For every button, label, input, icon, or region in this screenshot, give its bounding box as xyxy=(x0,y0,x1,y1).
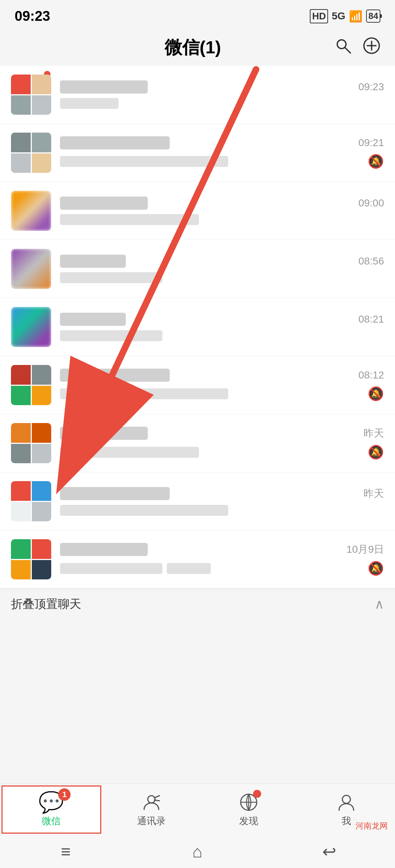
top-action-icons xyxy=(334,37,380,58)
chat-preview-tag xyxy=(167,563,211,574)
chat-item[interactable]: 昨天 🔕 xyxy=(0,414,395,472)
contacts-icon xyxy=(141,792,162,812)
chat-content: 08:21 xyxy=(60,313,384,341)
tab-discover[interactable]: 发现 xyxy=(200,784,298,835)
chat-time: 昨天 xyxy=(364,487,384,500)
chat-list: 09:23 09:21 🔕 xyxy=(0,66,395,589)
mute-icon: 🔕 xyxy=(368,154,384,169)
wechat-icon-wrap: 💬 1 xyxy=(38,792,64,812)
chat-time: 09:00 xyxy=(358,197,384,209)
avatar xyxy=(11,75,51,115)
contact-name xyxy=(60,487,170,500)
contact-name xyxy=(60,369,170,382)
avatar xyxy=(11,423,51,463)
tab-discover-label: 发现 xyxy=(239,815,258,827)
chat-content: 08:56 xyxy=(60,255,384,283)
chat-item[interactable]: 09:23 xyxy=(0,66,395,124)
svg-point-13 xyxy=(342,795,350,803)
discover-badge-dot xyxy=(253,790,261,798)
add-button[interactable] xyxy=(363,37,380,58)
chat-content: 10月9日 🔕 xyxy=(60,542,384,576)
status-bar: 09:23 HD 5G 📶 84 xyxy=(0,0,395,29)
chat-content: 09:23 xyxy=(60,80,384,109)
chat-time: 08:21 xyxy=(358,313,384,325)
home-icon: ⌂ xyxy=(192,842,203,861)
contact-name xyxy=(60,313,126,326)
chat-content: 09:00 xyxy=(60,197,384,225)
avatar xyxy=(11,249,51,289)
top-bar: 微信(1) xyxy=(0,29,395,66)
avatar xyxy=(11,365,51,405)
chat-preview xyxy=(60,388,228,399)
chat-preview xyxy=(60,505,228,516)
chat-content: 09:21 🔕 xyxy=(60,136,384,169)
contact-name xyxy=(60,255,126,268)
contact-name xyxy=(60,197,148,210)
nav-tabs: 💬 1 微信 通讯录 xyxy=(0,784,395,835)
chat-content: 昨天 xyxy=(60,487,384,516)
chat-content: 昨天 🔕 xyxy=(60,426,384,460)
section-header-label: 折叠顶置聊天 xyxy=(11,596,81,612)
me-icon-wrap xyxy=(336,792,357,812)
back-button[interactable]: ↩ xyxy=(263,842,395,861)
avatar xyxy=(11,191,51,231)
chat-item[interactable]: 08:56 xyxy=(0,240,395,298)
chat-time: 08:12 xyxy=(358,369,384,381)
discover-icon-wrap xyxy=(238,792,259,812)
tab-contacts-label: 通讯录 xyxy=(137,815,166,827)
svg-point-7 xyxy=(148,796,155,803)
chat-time: 08:56 xyxy=(358,255,384,267)
chat-preview xyxy=(60,447,199,458)
avatar xyxy=(11,133,51,173)
tab-wechat[interactable]: 💬 1 微信 xyxy=(1,785,101,834)
contact-name xyxy=(60,427,148,440)
chat-time: 10月9日 xyxy=(346,542,384,556)
contact-name xyxy=(60,136,170,149)
home-button[interactable]: ⌂ xyxy=(132,842,263,861)
chat-time: 09:23 xyxy=(358,81,384,93)
avatar xyxy=(11,481,51,521)
avatar xyxy=(11,307,51,347)
chat-preview xyxy=(60,214,199,225)
chat-preview xyxy=(60,330,162,341)
svg-line-9 xyxy=(154,800,159,801)
mute-icon: 🔕 xyxy=(368,445,384,460)
me-icon xyxy=(336,792,357,812)
wechat-badge: 1 xyxy=(58,788,71,801)
hd-icon: HD xyxy=(310,9,328,23)
tab-me-label: 我 xyxy=(342,815,351,827)
svg-line-1 xyxy=(345,48,350,53)
chat-preview xyxy=(60,272,162,283)
chat-preview xyxy=(60,98,118,109)
tab-contacts[interactable]: 通讯录 xyxy=(103,784,200,835)
search-button[interactable] xyxy=(334,37,352,58)
avatar xyxy=(11,539,51,579)
page-title: 微信(1) xyxy=(51,36,334,59)
status-time: 09:23 xyxy=(15,8,50,24)
status-icons: HD 5G 📶 84 xyxy=(310,9,380,23)
svg-point-0 xyxy=(337,40,346,49)
chat-item[interactable]: 08:21 xyxy=(0,298,395,356)
svg-line-8 xyxy=(154,796,159,798)
system-nav-bar: ≡ ⌂ ↩ xyxy=(0,835,395,868)
chat-item[interactable]: 09:00 xyxy=(0,182,395,240)
watermark: 河南龙网 xyxy=(356,821,388,831)
chat-item[interactable]: 09:21 🔕 xyxy=(0,124,395,182)
back-icon: ↩ xyxy=(322,842,336,861)
chat-item[interactable]: 昨天 xyxy=(0,472,395,530)
contacts-icon-wrap xyxy=(141,792,162,812)
chat-time: 09:21 xyxy=(358,137,384,149)
chat-item[interactable]: 08:12 🔕 xyxy=(0,356,395,414)
chevron-up-icon: ∧ xyxy=(375,597,384,612)
chat-preview xyxy=(60,156,228,167)
5g-icon: 5G xyxy=(332,10,345,22)
chat-content: 08:12 🔕 xyxy=(60,369,384,401)
chat-time: 昨天 xyxy=(364,426,384,440)
section-header[interactable]: 折叠顶置聊天 ∧ xyxy=(0,589,395,620)
contact-name xyxy=(60,80,148,94)
chat-item[interactable]: 10月9日 🔕 xyxy=(0,530,395,589)
menu-button[interactable]: ≡ xyxy=(0,842,132,861)
signal-icon: 📶 xyxy=(349,10,362,23)
chat-preview xyxy=(60,563,162,574)
menu-icon: ≡ xyxy=(61,842,71,861)
